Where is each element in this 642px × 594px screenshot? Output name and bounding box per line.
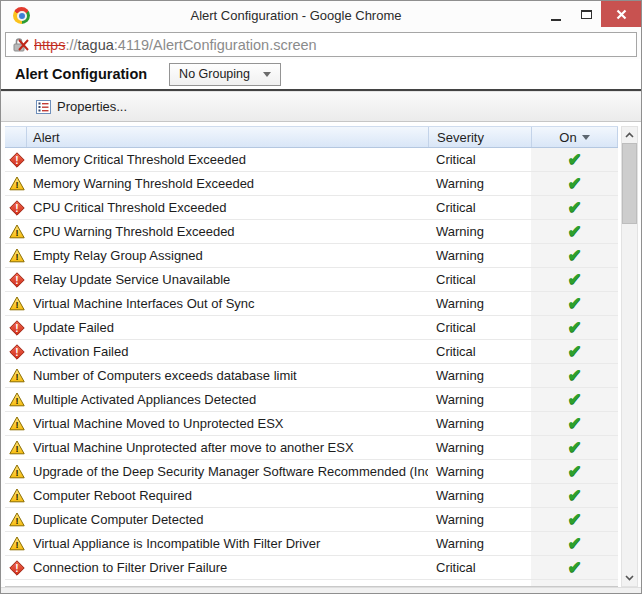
table-row[interactable]: !Connection to Filter Driver FailureCrit…: [5, 556, 618, 580]
on-cell[interactable]: ✔: [531, 484, 618, 507]
svg-text:!: !: [16, 180, 19, 190]
critical-diamond-icon: !: [5, 344, 29, 360]
table-row[interactable]: ✔: [5, 580, 618, 587]
table-row[interactable]: !Virtual Machine Interfaces Out of SyncW…: [5, 292, 618, 316]
on-cell[interactable]: ✔: [531, 364, 618, 387]
checkmark-icon[interactable]: ✔: [567, 247, 581, 264]
table-row[interactable]: !Upgrade of the Deep Security Manager So…: [5, 460, 618, 484]
severity-label: Warning: [428, 296, 531, 311]
scroll-up-button[interactable]: [622, 127, 637, 143]
on-cell[interactable]: ✔: [531, 196, 618, 219]
maximize-button[interactable]: [571, 1, 601, 27]
table-row[interactable]: !Virtual Machine Moved to Unprotected ES…: [5, 412, 618, 436]
on-cell[interactable]: ✔: [531, 340, 618, 363]
on-cell[interactable]: ✔: [531, 148, 618, 171]
table-row[interactable]: !Empty Relay Group AssignedWarning✔: [5, 244, 618, 268]
scrollbar-track[interactable]: [622, 143, 637, 570]
severity-label: Warning: [428, 368, 531, 383]
on-cell[interactable]: ✔: [531, 556, 618, 579]
alert-column-header[interactable]: Alert: [27, 127, 428, 147]
svg-text:!: !: [16, 444, 19, 454]
checkmark-icon[interactable]: ✔: [567, 439, 581, 456]
alert-label: Connection to Filter Driver Failure: [29, 560, 428, 575]
table-row[interactable]: !Memory Critical Threshold ExceededCriti…: [5, 148, 618, 172]
table-row[interactable]: !Duplicate Computer DetectedWarning✔: [5, 508, 618, 532]
window-controls: [541, 1, 641, 27]
on-cell[interactable]: ✔: [531, 532, 618, 555]
checkmark-icon[interactable]: ✔: [567, 199, 581, 216]
checkmark-icon[interactable]: ✔: [567, 583, 581, 587]
on-cell[interactable]: ✔: [531, 508, 618, 531]
close-button[interactable]: [601, 1, 641, 27]
alert-column-label: Alert: [33, 130, 60, 145]
on-cell[interactable]: ✔: [531, 220, 618, 243]
on-cell[interactable]: ✔: [531, 436, 618, 459]
window-titlebar[interactable]: Alert Configuration - Google Chrome: [1, 1, 641, 30]
table-row[interactable]: !Multiple Activated Appliances DetectedW…: [5, 388, 618, 412]
scrollbar-thumb[interactable]: [622, 143, 637, 224]
severity-column-header[interactable]: Severity: [428, 127, 531, 147]
table-row[interactable]: !Update FailedCritical✔: [5, 316, 618, 340]
on-cell[interactable]: ✔: [531, 316, 618, 339]
svg-text:!: !: [16, 372, 19, 382]
chrome-popup-window: Alert Configuration - Google Chrome http…: [0, 0, 642, 594]
checkmark-icon[interactable]: ✔: [567, 559, 581, 576]
table-row[interactable]: !Activation FailedCritical✔: [5, 340, 618, 364]
alert-label: Virtual Machine Unprotected after move t…: [29, 440, 428, 455]
on-cell[interactable]: ✔: [531, 268, 618, 291]
grouping-dropdown[interactable]: No Grouping: [169, 63, 281, 86]
critical-diamond-icon: !: [5, 152, 29, 168]
checkmark-icon[interactable]: ✔: [567, 391, 581, 408]
checkmark-icon[interactable]: ✔: [567, 223, 581, 240]
properties-icon: [36, 100, 51, 114]
table-row[interactable]: !Number of Computers exceeds database li…: [5, 364, 618, 388]
table-row[interactable]: !Memory Warning Threshold ExceededWarnin…: [5, 172, 618, 196]
checkmark-icon[interactable]: ✔: [567, 487, 581, 504]
on-cell[interactable]: ✔: [531, 172, 618, 195]
on-cell[interactable]: ✔: [531, 388, 618, 411]
checkmark-icon[interactable]: ✔: [567, 511, 581, 528]
on-cell[interactable]: ✔: [531, 292, 618, 315]
severity-column-label: Severity: [437, 130, 484, 145]
checkmark-icon[interactable]: ✔: [567, 175, 581, 192]
severity-label: Critical: [428, 200, 531, 215]
on-cell[interactable]: ✔: [531, 460, 618, 483]
svg-text:!: !: [15, 562, 18, 573]
icon-column-header[interactable]: [5, 127, 27, 147]
checkmark-icon[interactable]: ✔: [567, 535, 581, 552]
table-row[interactable]: !Relay Update Service UnavailableCritica…: [5, 268, 618, 292]
minimize-button[interactable]: [541, 1, 571, 27]
table-row[interactable]: !CPU Warning Threshold ExceededWarning✔: [5, 220, 618, 244]
checkmark-icon[interactable]: ✔: [567, 295, 581, 312]
warning-triangle-icon: !: [5, 296, 29, 311]
address-bar[interactable]: https://tagua:4119/AlertConfiguration.sc…: [5, 32, 637, 57]
alert-label: Duplicate Computer Detected: [29, 512, 428, 527]
checkmark-icon[interactable]: ✔: [567, 343, 581, 360]
on-cell[interactable]: ✔: [531, 580, 618, 587]
severity-label: Critical: [428, 320, 531, 335]
properties-button[interactable]: Properties...: [29, 95, 134, 118]
warning-triangle-icon: !: [5, 416, 29, 431]
grouping-selected-value: No Grouping: [179, 67, 250, 81]
table-row[interactable]: !Computer Reboot RequiredWarning✔: [5, 484, 618, 508]
on-cell[interactable]: ✔: [531, 244, 618, 267]
on-cell[interactable]: ✔: [531, 412, 618, 435]
alert-label: Virtual Machine Interfaces Out of Sync: [29, 296, 428, 311]
table-row[interactable]: !CPU Critical Threshold ExceededCritical…: [5, 196, 618, 220]
checkmark-icon[interactable]: ✔: [567, 271, 581, 288]
svg-text:!: !: [15, 322, 18, 333]
chevron-up-icon: [625, 132, 634, 138]
url-separator: ://: [65, 37, 77, 53]
critical-diamond-icon: !: [5, 200, 29, 216]
checkmark-icon[interactable]: ✔: [567, 319, 581, 336]
warning-triangle-icon: !: [5, 368, 29, 383]
table-scrollbar[interactable]: [621, 126, 638, 587]
table-row[interactable]: !Virtual Machine Unprotected after move …: [5, 436, 618, 460]
checkmark-icon[interactable]: ✔: [567, 415, 581, 432]
checkmark-icon[interactable]: ✔: [567, 367, 581, 384]
table-row[interactable]: !Virtual Appliance is Incompatible With …: [5, 532, 618, 556]
checkmark-icon[interactable]: ✔: [567, 151, 581, 168]
on-column-header[interactable]: On: [531, 127, 618, 147]
checkmark-icon[interactable]: ✔: [567, 463, 581, 480]
scroll-down-button[interactable]: [622, 570, 637, 586]
